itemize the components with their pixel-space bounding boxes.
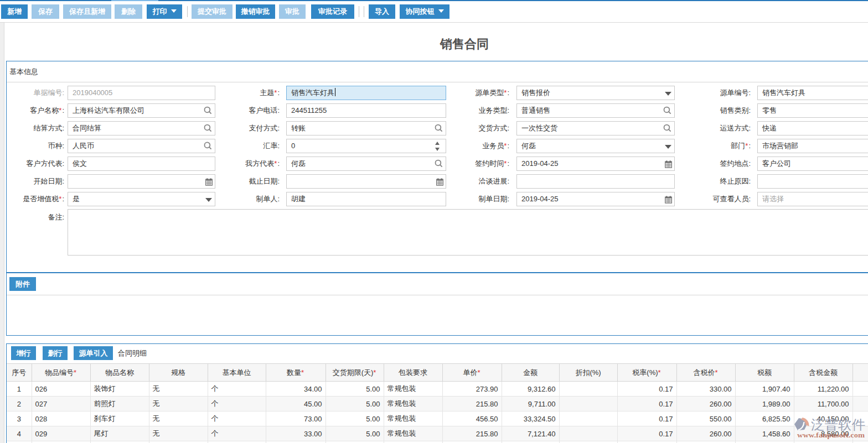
svg-text:www.fanpusoft.com: www.fanpusoft.com <box>797 431 865 439</box>
svg-text:泛普软件: 泛普软件 <box>811 417 865 432</box>
